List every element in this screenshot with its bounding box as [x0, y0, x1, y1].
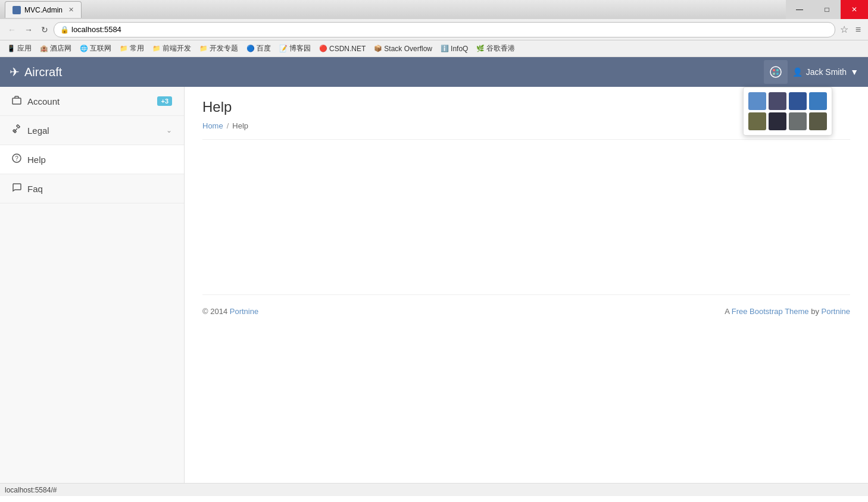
footer-copyright: © 2014 [202, 307, 227, 316]
sidebar-item-faq[interactable]: Faq [0, 174, 184, 203]
theme-button[interactable] [764, 60, 788, 84]
bookmark-baidu[interactable]: 🔵 百度 [244, 43, 273, 54]
color-swatch-navy[interactable] [789, 92, 807, 110]
brand-icon: ✈ [10, 65, 20, 79]
svg-text:?: ? [15, 155, 18, 162]
svg-point-1 [773, 69, 775, 71]
account-badge: +3 [157, 96, 172, 106]
footer-bootstrap-link[interactable]: Free Bootstrap Theme [732, 307, 809, 316]
refresh-button[interactable]: ↻ [38, 23, 51, 36]
breadcrumb-separator: / [227, 121, 229, 130]
color-swatch-very-dark[interactable] [769, 112, 786, 130]
question-icon: ? [12, 153, 21, 165]
bookmark-hotel[interactable]: 🏨 酒店网 [38, 43, 74, 54]
svg-point-0 [770, 67, 781, 77]
bookmark-stackoverflow[interactable]: 📦 Stack Overflow [371, 44, 435, 54]
footer-text-by: by [811, 307, 819, 316]
color-swatch-blue[interactable] [809, 92, 827, 110]
account-label: Account [27, 96, 157, 106]
briefcase-icon [12, 95, 21, 107]
user-name: Jack Smith [806, 67, 847, 77]
color-swatch-olive[interactable] [748, 112, 766, 130]
minimize-button[interactable]: — [786, 0, 813, 19]
app-brand: ✈ Aircraft [10, 65, 62, 79]
csdn-icon: 🔴 [319, 45, 327, 53]
bookmark-apps[interactable]: 📱 应用 [5, 43, 34, 54]
gavel-icon [12, 124, 21, 136]
google-hk-icon: 🌿 [476, 45, 485, 53]
comment-icon [12, 183, 21, 194]
sidebar-item-help[interactable]: ? Help [0, 145, 184, 174]
address-input[interactable] [71, 25, 829, 34]
content-footer: © 2014 Portnine A Free Bootstrap Theme b… [202, 294, 850, 316]
bookmarks-bar: 📱 应用 🏨 酒店网 🌐 互联网 📁 常用 📁 前端开发 📁 开发专题 🔵 百度… [0, 40, 868, 57]
stackoverflow-icon: 📦 [374, 45, 382, 53]
main-content: Help Home / Help © 2014 Portnine A Free … [185, 87, 868, 483]
user-icon: 👤 [792, 67, 803, 77]
tab-close-button[interactable]: ✕ [68, 6, 74, 14]
infoq-icon: ℹ️ [441, 45, 449, 53]
svg-rect-5 [13, 98, 21, 104]
footer-portnine-link-right[interactable]: Portnine [822, 307, 850, 316]
devtopic-icon: 📁 [199, 45, 208, 53]
frontend-icon: 📁 [152, 45, 161, 53]
bookmark-cnblogs[interactable]: 📝 博客园 [277, 43, 313, 54]
header-right: 👤 Jack Smith ▼ [764, 60, 858, 84]
bookmark-devtopic[interactable]: 📁 开发专题 [197, 43, 241, 54]
menu-button[interactable]: ≡ [853, 24, 863, 35]
svg-point-2 [776, 69, 779, 71]
bookmark-internet[interactable]: 🌐 互联网 [77, 43, 114, 54]
browser-tab[interactable]: MVC.Admin ✕ [5, 1, 82, 18]
breadcrumb-current: Help [232, 121, 248, 130]
bookmark-google-hk[interactable]: 🌿 谷歌香港 [474, 43, 517, 54]
help-label: Help [27, 155, 172, 165]
bookmark-star-button[interactable]: ☆ [838, 24, 851, 35]
sidebar-item-account[interactable]: Account +3 [0, 87, 184, 116]
color-picker-dropdown [743, 87, 832, 136]
close-button[interactable]: ✕ [841, 0, 868, 19]
palette-icon [770, 66, 782, 78]
footer-right: A Free Bootstrap Theme by Portnine [725, 307, 850, 316]
color-swatch-gray[interactable] [789, 112, 807, 130]
svg-point-4 [773, 73, 775, 75]
svg-rect-7 [17, 125, 20, 128]
back-button[interactable]: ← [5, 23, 19, 36]
user-menu[interactable]: 👤 Jack Smith ▼ [792, 67, 858, 77]
faq-label: Faq [27, 184, 172, 194]
status-bar: localhost:5584/# [0, 483, 868, 496]
cnblogs-icon: 📝 [279, 45, 288, 53]
color-swatch-dark-blue[interactable] [769, 92, 786, 110]
address-bar: 🔒 [54, 22, 835, 37]
baidu-icon: 🔵 [246, 45, 255, 53]
maximize-button[interactable]: □ [813, 0, 841, 19]
sidebar: Account +3 Legal ⌄ ? [0, 87, 185, 483]
footer-text-a: A [725, 307, 729, 316]
brand-name: Aircraft [24, 65, 62, 79]
apps-icon: 📱 [7, 45, 15, 53]
internet-icon: 🌐 [80, 45, 88, 53]
footer-left: © 2014 Portnine [202, 307, 258, 316]
dropdown-arrow: ▼ [850, 67, 858, 77]
tab-favicon [13, 6, 21, 14]
color-swatch-dark-olive[interactable] [809, 112, 827, 130]
app-header: ✈ Aircraft 👤 Jack Smith ▼ [0, 57, 868, 87]
bookmark-infoq[interactable]: ℹ️ InfoQ [438, 44, 470, 54]
breadcrumb-home-link[interactable]: Home [202, 121, 223, 130]
footer-portnine-link-left[interactable]: Portnine [230, 307, 258, 316]
app-body: Account +3 Legal ⌄ ? [0, 87, 868, 483]
content-area [202, 152, 850, 271]
hotel-icon: 🏨 [40, 45, 48, 53]
common-icon: 📁 [120, 45, 128, 53]
bookmark-common[interactable]: 📁 常用 [117, 43, 146, 54]
bookmark-frontend[interactable]: 📁 前端开发 [150, 43, 193, 54]
forward-button[interactable]: → [21, 23, 36, 36]
legal-label: Legal [27, 126, 166, 136]
bookmark-csdn[interactable]: 🔴 CSDN.NET [317, 44, 368, 54]
color-swatch-blue-light[interactable] [748, 92, 766, 110]
sidebar-item-legal[interactable]: Legal ⌄ [0, 116, 184, 145]
status-url: localhost:5584/# [5, 486, 57, 494]
legal-chevron: ⌄ [166, 126, 172, 134]
tab-title: MVC.Admin [24, 6, 63, 14]
nav-bar: ← → ↻ 🔒 ☆ ≡ [0, 19, 868, 40]
app-wrapper: ✈ Aircraft 👤 Jack Smith ▼ [0, 57, 868, 483]
